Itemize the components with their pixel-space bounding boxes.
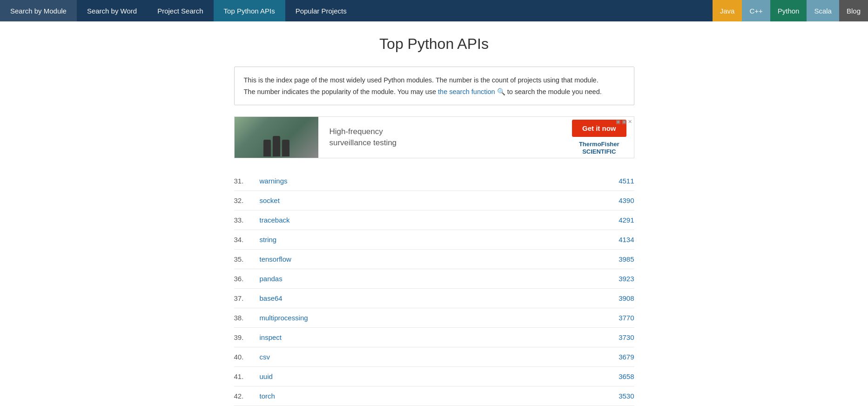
module-count: 3730	[606, 333, 634, 341]
lang-python[interactable]: Python	[770, 0, 807, 21]
module-number: 31.	[234, 177, 260, 185]
search-icon: 🔍	[497, 88, 505, 95]
ad-brand-name: ThermoFisher	[579, 141, 619, 148]
module-row: 40.csv3679	[234, 347, 634, 367]
module-row: 36.pandas3923	[234, 269, 634, 289]
nav-item-project-search[interactable]: Project Search	[147, 0, 213, 21]
nav-right: Java C++ Python Scala Blog	[713, 0, 868, 21]
module-name-link[interactable]: multiprocessing	[260, 314, 606, 322]
module-row: 41.uuid3658	[234, 367, 634, 386]
lang-scala[interactable]: Scala	[807, 0, 839, 21]
module-name-link[interactable]: pandas	[260, 275, 606, 283]
module-name-link[interactable]: inspect	[260, 333, 606, 341]
module-row: 34.string4134	[234, 230, 634, 250]
module-count: 3923	[606, 275, 634, 283]
module-number: 37.	[234, 294, 260, 302]
module-number: 36.	[234, 275, 260, 283]
navbar: Search by Module Search by Word Project …	[0, 0, 868, 21]
page-title: Top Python APIs	[234, 35, 634, 53]
module-name-link[interactable]: torch	[260, 392, 606, 400]
module-number: 38.	[234, 314, 260, 322]
module-count: 3658	[606, 372, 634, 380]
nav-item-search-by-word[interactable]: Search by Word	[77, 0, 147, 21]
module-row: 37.base643908	[234, 289, 634, 308]
ad-headline: High-frequencysurveillance testing	[330, 127, 397, 147]
nav-item-search-by-module[interactable]: Search by Module	[0, 0, 77, 21]
module-count: 4511	[606, 177, 634, 185]
ad-brand-logo: ThermoFisher SCIENTIFIC	[579, 141, 619, 155]
module-number: 41.	[234, 372, 260, 380]
module-number: 42.	[234, 392, 260, 400]
lang-blog[interactable]: Blog	[839, 0, 868, 21]
module-count: 3679	[606, 353, 634, 361]
description-text-1: This is the index page of the most widel…	[244, 76, 599, 84]
module-count: 3530	[606, 392, 634, 400]
ad-icon-2: ▣	[622, 119, 626, 125]
description-box: This is the index page of the most widel…	[234, 67, 634, 105]
module-name-link[interactable]: base64	[260, 294, 606, 302]
module-count: 3985	[606, 255, 634, 263]
module-name-link[interactable]: string	[260, 236, 606, 244]
module-row: 32.socket4390	[234, 191, 634, 210]
module-number: 33.	[234, 216, 260, 224]
ad-icon-1: ▣	[616, 119, 620, 125]
search-function-link[interactable]: the search function	[438, 88, 495, 95]
module-row: 31.warnings4511	[234, 171, 634, 191]
module-name-link[interactable]: socket	[260, 196, 606, 204]
module-row: 33.traceback4291	[234, 210, 634, 230]
module-count: 4134	[606, 236, 634, 244]
lang-cpp[interactable]: C++	[742, 0, 770, 21]
ad-people-graphic	[262, 136, 290, 156]
module-number: 39.	[234, 333, 260, 341]
module-number: 40.	[234, 353, 260, 361]
description-text-3: to search the module you need.	[505, 88, 602, 95]
module-row: 39.inspect3730	[234, 328, 634, 347]
module-list: 31.warnings451132.socket439033.traceback…	[234, 171, 634, 406]
module-number: 34.	[234, 236, 260, 244]
nav-left: Search by Module Search by Word Project …	[0, 0, 713, 21]
module-row: 35.tensorflow3985	[234, 250, 634, 269]
module-count: 3908	[606, 294, 634, 302]
module-count: 3770	[606, 314, 634, 322]
nav-item-popular-projects[interactable]: Popular Projects	[285, 0, 357, 21]
ad-text: High-frequencysurveillance testing	[318, 126, 565, 149]
module-name-link[interactable]: csv	[260, 353, 606, 361]
module-name-link[interactable]: traceback	[260, 216, 606, 224]
ad-banner: ▣ ▣ ✕ High-frequencysurveillance testing…	[234, 116, 634, 158]
description-text-2: The number indicates the popularity of t…	[244, 88, 438, 95]
module-count: 4291	[606, 216, 634, 224]
module-name-link[interactable]: tensorflow	[260, 255, 606, 263]
module-row: 42.torch3530	[234, 386, 634, 406]
main-content: Top Python APIs This is the index page o…	[225, 21, 644, 406]
module-number: 32.	[234, 196, 260, 204]
ad-person-3	[282, 140, 289, 156]
ad-brand-subtitle: SCIENTIFIC	[579, 148, 619, 156]
lang-java[interactable]: Java	[713, 0, 742, 21]
ad-close-controls[interactable]: ▣ ▣ ✕	[616, 119, 632, 125]
ad-cta: Get it now ThermoFisher SCIENTIFIC	[565, 120, 634, 155]
module-count: 4390	[606, 196, 634, 204]
module-number: 35.	[234, 255, 260, 263]
ad-image	[235, 116, 318, 158]
ad-close-button[interactable]: ✕	[628, 119, 632, 125]
nav-item-top-python-apis[interactable]: Top Python APIs	[214, 0, 285, 21]
ad-person-2	[273, 136, 280, 156]
module-row: 38.multiprocessing3770	[234, 308, 634, 328]
module-name-link[interactable]: uuid	[260, 372, 606, 380]
ad-person-1	[263, 140, 271, 156]
module-name-link[interactable]: warnings	[260, 177, 606, 185]
